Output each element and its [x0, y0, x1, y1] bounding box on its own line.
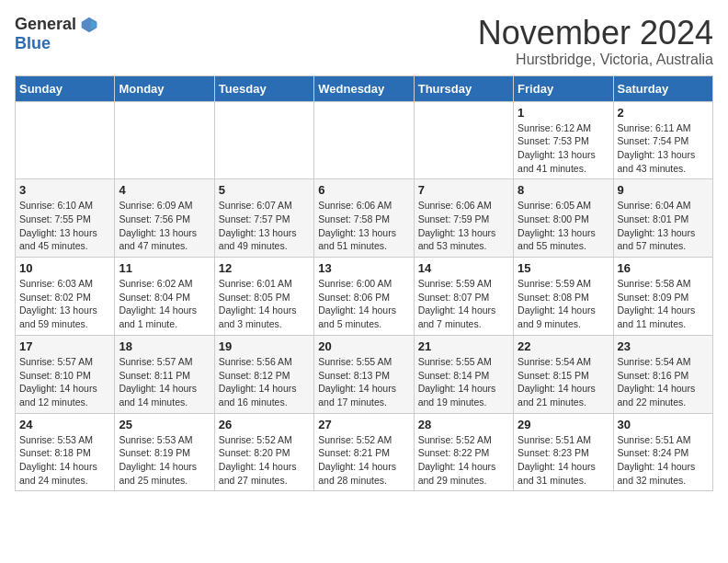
- day-info: Sunrise: 5:55 AM Sunset: 8:14 PM Dayligh…: [418, 355, 509, 409]
- calendar-cell: 10Sunrise: 6:03 AM Sunset: 8:02 PM Dayli…: [16, 258, 115, 336]
- day-info: Sunrise: 6:03 AM Sunset: 8:02 PM Dayligh…: [19, 277, 110, 331]
- day-number: 13: [318, 261, 409, 275]
- day-number: 3: [19, 183, 110, 197]
- day-info: Sunrise: 6:04 AM Sunset: 8:01 PM Dayligh…: [618, 199, 709, 253]
- calendar-cell: 14Sunrise: 5:59 AM Sunset: 8:07 PM Dayli…: [414, 258, 513, 336]
- calendar-cell: [414, 101, 513, 179]
- day-number: 1: [518, 106, 609, 120]
- day-number: 14: [418, 261, 509, 275]
- day-info: Sunrise: 5:54 AM Sunset: 8:15 PM Dayligh…: [518, 355, 609, 409]
- calendar-cell: 7Sunrise: 6:06 AM Sunset: 7:59 PM Daylig…: [414, 179, 513, 258]
- day-number: 18: [119, 339, 210, 353]
- calendar-cell: 30Sunrise: 5:51 AM Sunset: 8:24 PM Dayli…: [613, 413, 712, 491]
- weekday-header-saturday: Saturday: [613, 75, 712, 101]
- calendar-cell: 2Sunrise: 6:11 AM Sunset: 7:54 PM Daylig…: [613, 101, 712, 179]
- day-info: Sunrise: 5:52 AM Sunset: 8:20 PM Dayligh…: [219, 433, 310, 488]
- day-info: Sunrise: 6:01 AM Sunset: 8:05 PM Dayligh…: [219, 277, 310, 331]
- calendar-cell: 27Sunrise: 5:52 AM Sunset: 8:21 PM Dayli…: [314, 413, 414, 491]
- day-number: 5: [219, 183, 310, 197]
- day-info: Sunrise: 5:57 AM Sunset: 8:10 PM Dayligh…: [19, 355, 110, 409]
- day-info: Sunrise: 6:09 AM Sunset: 7:56 PM Dayligh…: [119, 199, 210, 253]
- calendar-cell: 23Sunrise: 5:54 AM Sunset: 8:16 PM Dayli…: [613, 335, 712, 413]
- calendar-week-row: 1Sunrise: 6:12 AM Sunset: 7:53 PM Daylig…: [16, 101, 713, 179]
- page-header: General Blue November 2024 Hurstbridge, …: [15, 15, 713, 68]
- day-number: 26: [219, 418, 310, 431]
- calendar-table: SundayMondayTuesdayWednesdayThursdayFrid…: [15, 75, 713, 492]
- day-info: Sunrise: 5:56 AM Sunset: 8:12 PM Dayligh…: [219, 355, 310, 409]
- day-info: Sunrise: 5:59 AM Sunset: 8:08 PM Dayligh…: [518, 277, 609, 331]
- calendar-cell: 11Sunrise: 6:02 AM Sunset: 8:04 PM Dayli…: [115, 258, 214, 336]
- calendar-cell: 19Sunrise: 5:56 AM Sunset: 8:12 PM Dayli…: [214, 335, 313, 413]
- weekday-header-sunday: Sunday: [16, 75, 115, 101]
- day-number: 2: [618, 106, 709, 120]
- weekday-header-wednesday: Wednesday: [314, 75, 414, 101]
- calendar-cell: 6Sunrise: 6:06 AM Sunset: 7:58 PM Daylig…: [314, 179, 414, 258]
- calendar-cell: 28Sunrise: 5:52 AM Sunset: 8:22 PM Dayli…: [414, 413, 513, 491]
- day-number: 17: [19, 339, 110, 353]
- day-info: Sunrise: 5:53 AM Sunset: 8:18 PM Dayligh…: [19, 433, 110, 488]
- day-number: 21: [418, 339, 509, 353]
- month-title: November 2024: [478, 15, 713, 52]
- day-info: Sunrise: 6:07 AM Sunset: 7:57 PM Dayligh…: [219, 199, 310, 253]
- calendar-cell: [115, 101, 214, 179]
- calendar-cell: 9Sunrise: 6:04 AM Sunset: 8:01 PM Daylig…: [613, 179, 712, 258]
- day-info: Sunrise: 5:52 AM Sunset: 8:21 PM Dayligh…: [318, 433, 409, 488]
- day-info: Sunrise: 6:06 AM Sunset: 7:59 PM Dayligh…: [418, 199, 509, 253]
- day-info: Sunrise: 5:55 AM Sunset: 8:13 PM Dayligh…: [318, 355, 409, 409]
- day-number: 7: [418, 183, 509, 197]
- calendar-cell: 16Sunrise: 5:58 AM Sunset: 8:09 PM Dayli…: [613, 258, 712, 336]
- calendar-cell: 1Sunrise: 6:12 AM Sunset: 7:53 PM Daylig…: [514, 101, 613, 179]
- calendar-week-row: 24Sunrise: 5:53 AM Sunset: 8:18 PM Dayli…: [16, 413, 713, 491]
- day-info: Sunrise: 5:51 AM Sunset: 8:23 PM Dayligh…: [518, 433, 609, 488]
- day-number: 25: [119, 418, 210, 431]
- day-info: Sunrise: 5:53 AM Sunset: 8:19 PM Dayligh…: [119, 433, 210, 488]
- day-number: 27: [318, 418, 409, 431]
- calendar-week-row: 17Sunrise: 5:57 AM Sunset: 8:10 PM Dayli…: [16, 335, 713, 413]
- day-info: Sunrise: 6:02 AM Sunset: 8:04 PM Dayligh…: [119, 277, 210, 331]
- weekday-header-row: SundayMondayTuesdayWednesdayThursdayFrid…: [16, 75, 713, 101]
- logo-icon: [80, 16, 98, 34]
- day-info: Sunrise: 6:05 AM Sunset: 8:00 PM Dayligh…: [518, 199, 609, 253]
- calendar-cell: [214, 101, 313, 179]
- calendar-cell: 3Sunrise: 6:10 AM Sunset: 7:55 PM Daylig…: [16, 179, 115, 258]
- calendar-cell: 8Sunrise: 6:05 AM Sunset: 8:00 PM Daylig…: [514, 179, 613, 258]
- calendar-cell: 26Sunrise: 5:52 AM Sunset: 8:20 PM Dayli…: [214, 413, 313, 491]
- title-section: November 2024 Hurstbridge, Victoria, Aus…: [478, 15, 713, 68]
- day-info: Sunrise: 6:10 AM Sunset: 7:55 PM Dayligh…: [19, 199, 110, 253]
- calendar-week-row: 3Sunrise: 6:10 AM Sunset: 7:55 PM Daylig…: [16, 179, 713, 258]
- calendar-cell: 4Sunrise: 6:09 AM Sunset: 7:56 PM Daylig…: [115, 179, 214, 258]
- weekday-header-friday: Friday: [514, 75, 613, 101]
- day-number: 28: [418, 418, 509, 431]
- logo-blue-text: Blue: [15, 34, 51, 53]
- day-number: 11: [119, 261, 210, 275]
- calendar-cell: 5Sunrise: 6:07 AM Sunset: 7:57 PM Daylig…: [214, 179, 313, 258]
- day-number: 16: [618, 261, 709, 275]
- calendar-cell: 29Sunrise: 5:51 AM Sunset: 8:23 PM Dayli…: [514, 413, 613, 491]
- calendar-cell: 15Sunrise: 5:59 AM Sunset: 8:08 PM Dayli…: [514, 258, 613, 336]
- weekday-header-tuesday: Tuesday: [214, 75, 313, 101]
- day-number: 9: [618, 183, 709, 197]
- calendar-cell: 21Sunrise: 5:55 AM Sunset: 8:14 PM Dayli…: [414, 335, 513, 413]
- day-info: Sunrise: 6:06 AM Sunset: 7:58 PM Dayligh…: [318, 199, 409, 253]
- day-number: 6: [318, 183, 409, 197]
- weekday-header-monday: Monday: [115, 75, 214, 101]
- day-info: Sunrise: 6:11 AM Sunset: 7:54 PM Dayligh…: [618, 121, 709, 176]
- day-number: 20: [318, 339, 409, 353]
- day-number: 4: [119, 183, 210, 197]
- calendar-cell: [314, 101, 414, 179]
- day-number: 30: [618, 418, 709, 431]
- day-info: Sunrise: 5:54 AM Sunset: 8:16 PM Dayligh…: [618, 355, 709, 409]
- day-number: 15: [518, 261, 609, 275]
- calendar-cell: 22Sunrise: 5:54 AM Sunset: 8:15 PM Dayli…: [514, 335, 613, 413]
- day-info: Sunrise: 5:52 AM Sunset: 8:22 PM Dayligh…: [418, 433, 509, 488]
- day-number: 22: [518, 339, 609, 353]
- weekday-header-thursday: Thursday: [414, 75, 513, 101]
- day-number: 23: [618, 339, 709, 353]
- day-number: 10: [19, 261, 110, 275]
- calendar-cell: 12Sunrise: 6:01 AM Sunset: 8:05 PM Dayli…: [214, 258, 313, 336]
- logo-general-text: General: [15, 15, 76, 34]
- day-info: Sunrise: 6:12 AM Sunset: 7:53 PM Dayligh…: [518, 121, 609, 176]
- calendar-cell: 13Sunrise: 6:00 AM Sunset: 8:06 PM Dayli…: [314, 258, 414, 336]
- day-info: Sunrise: 6:00 AM Sunset: 8:06 PM Dayligh…: [318, 277, 409, 331]
- calendar-cell: 18Sunrise: 5:57 AM Sunset: 8:11 PM Dayli…: [115, 335, 214, 413]
